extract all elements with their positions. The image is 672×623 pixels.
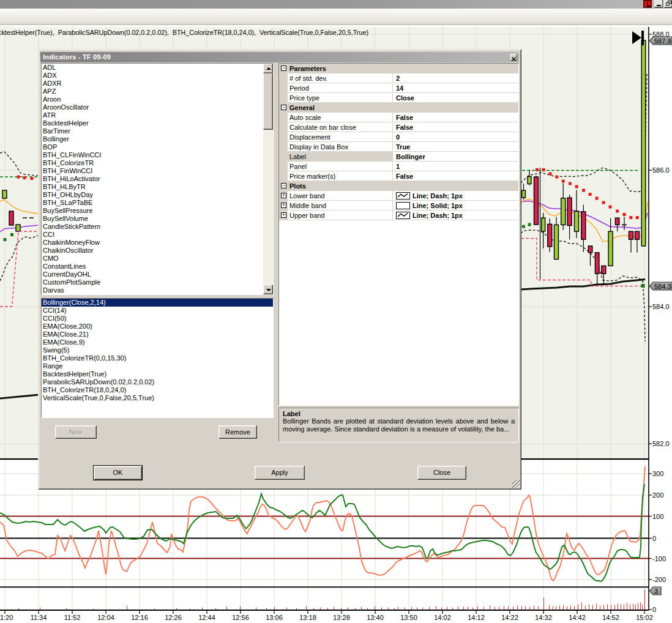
svg-text:13:18: 13:18 <box>299 614 316 621</box>
svg-text:14:02: 14:02 <box>434 614 451 621</box>
svg-text:12:26: 12:26 <box>165 614 182 621</box>
svg-text:300: 300 <box>652 470 663 477</box>
svg-text:584.3: 584.3 <box>654 283 671 290</box>
svg-text:200: 200 <box>652 491 663 499</box>
svg-text:11:52: 11:52 <box>64 614 81 621</box>
svg-text:584.0: 584.0 <box>652 303 670 310</box>
svg-text:11:20: 11:20 <box>0 614 13 621</box>
svg-text:14:32: 14:32 <box>535 614 552 621</box>
svg-text:11:34: 11:34 <box>31 614 47 621</box>
svg-text:12:16: 12:16 <box>131 614 148 621</box>
svg-text:0: 0 <box>652 606 656 613</box>
svg-text:14:22: 14:22 <box>501 614 518 621</box>
svg-text:15:02: 15:02 <box>636 614 653 621</box>
svg-text:12:04: 12:04 <box>97 614 114 621</box>
svg-text:587.9: 587.9 <box>654 37 671 45</box>
svg-text:14:42: 14:42 <box>569 614 586 621</box>
svg-text:13:28: 13:28 <box>333 614 350 621</box>
svg-text:586.0: 586.0 <box>652 166 670 174</box>
svg-text:100: 100 <box>652 513 663 520</box>
svg-text:13:40: 13:40 <box>367 614 384 621</box>
svg-text:13:06: 13:06 <box>266 614 283 621</box>
svg-text:582.0: 582.0 <box>652 440 670 447</box>
svg-text:12:56: 12:56 <box>232 614 249 621</box>
svg-text:13:50: 13:50 <box>400 614 417 621</box>
svg-text:-200: -200 <box>652 576 666 583</box>
svg-text:12:44: 12:44 <box>198 614 215 621</box>
svg-text:-100: -100 <box>652 555 666 562</box>
svg-text:14:12: 14:12 <box>468 614 485 621</box>
svg-text:cktestHelper(True), Parabolic: cktestHelper(True), ParabolicSARUpDown(0… <box>0 29 368 36</box>
svg-text:14:52: 14:52 <box>602 614 619 621</box>
svg-text:0: 0 <box>652 535 656 542</box>
svg-text:3: 3 <box>654 588 658 595</box>
